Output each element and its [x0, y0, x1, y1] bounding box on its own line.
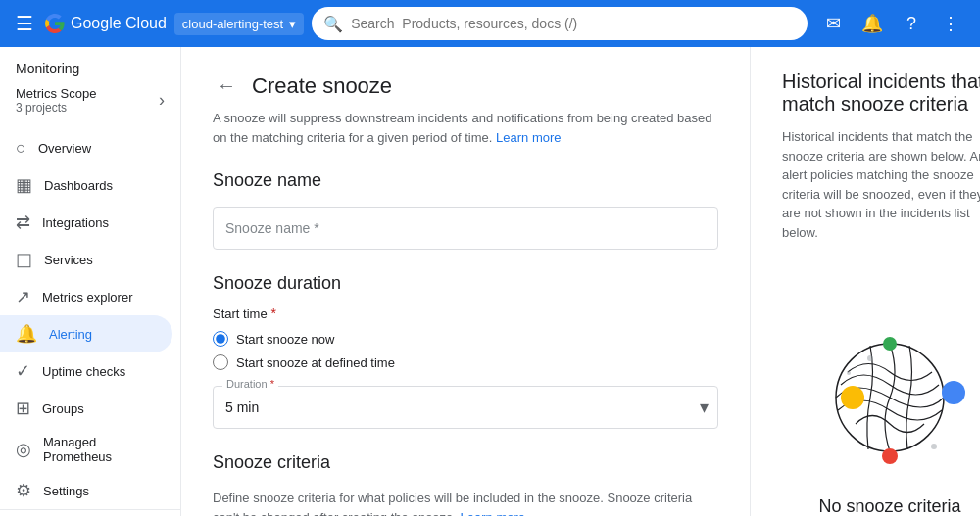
sidebar-item-settings[interactable]: ⚙ Settings: [0, 472, 172, 509]
top-nav: ☰ Google Cloud cloud-alerting-test ▾ 🔍 ✉…: [0, 0, 980, 47]
sidebar-item-overview[interactable]: ○ Overview: [0, 130, 172, 166]
description-learn-more-link[interactable]: Learn more: [496, 130, 561, 145]
sidebar-label-alerting: Alerting: [49, 327, 92, 342]
page-container: ← Create snooze A snooze will suppress d…: [181, 47, 980, 516]
radio-group: Start snooze now Start snooze at defined…: [213, 331, 718, 370]
groups-icon: ⊞: [16, 398, 30, 419]
top-nav-icons: ✉ 🔔 ? ⋮: [815, 6, 968, 41]
historical-title: Historical incidents that match snooze c…: [782, 70, 980, 116]
svg-point-4: [882, 448, 898, 464]
page-description: A snooze will suppress downstream incide…: [213, 109, 718, 147]
metrics-explorer-icon: ↗: [16, 286, 30, 307]
sidebar-label-uptime: Uptime checks: [42, 364, 125, 379]
dashboards-icon: ▦: [16, 174, 32, 196]
historical-section: Historical incidents that match snooze c…: [750, 47, 980, 516]
snooze-name-field: [213, 207, 718, 250]
integrations-icon: ⇄: [16, 211, 30, 233]
settings-icon: ⚙: [16, 480, 31, 501]
page-title: Create snooze: [252, 73, 392, 99]
sidebar-bottom: 📄 Release Notes: [0, 509, 180, 516]
sidebar-item-groups[interactable]: ⊞ Groups: [0, 390, 172, 427]
duration-wrapper: Duration * 5 min 15 min 30 min 1 hour 2 …: [213, 386, 718, 429]
project-selector[interactable]: cloud-alerting-test ▾: [174, 13, 304, 35]
sidebar: Monitoring Metrics Scope 3 projects › ○ …: [0, 47, 181, 516]
overview-icon: ○: [16, 138, 26, 159]
google-cloud-logo: Google Cloud: [45, 14, 167, 33]
snooze-criteria-title: Snooze criteria: [213, 452, 718, 473]
metrics-scope-chevron: ›: [159, 90, 165, 111]
snooze-name-title: Snooze name: [213, 170, 718, 191]
services-icon: ◫: [16, 249, 32, 270]
svg-point-2: [841, 386, 864, 409]
sidebar-item-services[interactable]: ◫ Services: [0, 241, 172, 278]
duration-select[interactable]: 5 min 15 min 30 min 1 hour 2 hours 4 hou…: [213, 386, 718, 429]
sidebar-label-prometheus: Managed Prometheus: [43, 435, 157, 464]
sidebar-item-managed-prometheus[interactable]: ◎ Managed Prometheus: [0, 427, 172, 472]
main-content: ← Create snooze A snooze will suppress d…: [181, 47, 980, 516]
illustration-svg: [782, 285, 980, 481]
svg-point-1: [883, 337, 897, 351]
search-input[interactable]: [351, 16, 796, 31]
snooze-duration-group: Snooze duration Start time * Start snooz…: [213, 273, 718, 429]
radio-defined-label: Start snooze at defined time: [236, 355, 395, 370]
criteria-description: Define snooze criteria for what policies…: [213, 489, 718, 516]
snooze-name-group: Snooze name: [213, 170, 718, 250]
sidebar-label-overview: Overview: [38, 141, 91, 156]
project-name: cloud-alerting-test: [182, 17, 283, 31]
prometheus-icon: ◎: [16, 439, 31, 460]
logo-text: Google Cloud: [71, 15, 167, 32]
help-icon[interactable]: ?: [894, 6, 929, 41]
search-icon: 🔍: [323, 15, 343, 33]
metrics-scope-label: Metrics Scope: [16, 86, 159, 101]
svg-point-7: [847, 371, 851, 375]
sidebar-item-metrics-explorer[interactable]: ↗ Metrics explorer: [0, 278, 172, 315]
sidebar-label-dashboards: Dashboards: [44, 178, 113, 193]
criteria-learn-more-link[interactable]: Learn more: [461, 510, 525, 517]
google-cloud-logo-svg: [45, 14, 65, 33]
back-button[interactable]: ←: [213, 70, 240, 101]
sidebar-label-metrics-explorer: Metrics explorer: [42, 290, 132, 305]
monitoring-label: Monitoring: [16, 61, 79, 76]
radio-option-now[interactable]: Start snooze now: [213, 331, 718, 347]
more-icon[interactable]: ⋮: [933, 6, 968, 41]
notification-icon[interactable]: 🔔: [855, 6, 890, 41]
sidebar-monitoring-header: Monitoring: [0, 47, 180, 82]
no-criteria-illustration: No snooze criteria Define snooze criteri…: [782, 265, 980, 516]
search-bar[interactable]: 🔍: [312, 7, 808, 40]
snooze-duration-title: Snooze duration: [213, 273, 718, 294]
sidebar-label-services: Services: [44, 253, 93, 267]
sidebar-item-dashboards[interactable]: ▦ Dashboards: [0, 166, 172, 204]
mail-icon[interactable]: ✉: [815, 6, 851, 41]
svg-point-3: [942, 381, 965, 404]
radio-defined-input[interactable]: [213, 354, 228, 370]
svg-point-6: [931, 444, 937, 449]
radio-now-label: Start snooze now: [236, 332, 334, 347]
sidebar-item-uptime-checks[interactable]: ✓ Uptime checks: [0, 352, 172, 390]
alerting-icon: 🔔: [16, 323, 37, 345]
metrics-scope[interactable]: Metrics Scope 3 projects ›: [0, 82, 180, 118]
historical-description: Historical incidents that match the snoo…: [782, 127, 980, 242]
sidebar-label-groups: Groups: [42, 401, 84, 416]
no-criteria-title: No snooze criteria: [818, 496, 960, 516]
sidebar-item-alerting[interactable]: 🔔 Alerting: [0, 315, 172, 352]
radio-option-defined[interactable]: Start snooze at defined time: [213, 354, 718, 370]
snooze-criteria-group: Snooze criteria Define snooze criteria f…: [213, 452, 718, 516]
form-section: ← Create snooze A snooze will suppress d…: [181, 47, 750, 516]
sidebar-label-settings: Settings: [43, 484, 89, 498]
radio-now-input[interactable]: [213, 331, 228, 347]
sidebar-item-integrations[interactable]: ⇄ Integrations: [0, 204, 172, 241]
sidebar-label-integrations: Integrations: [42, 215, 109, 230]
duration-select-wrapper: 5 min 15 min 30 min 1 hour 2 hours 4 hou…: [213, 386, 718, 429]
app-container: Monitoring Metrics Scope 3 projects › ○ …: [0, 47, 980, 516]
svg-point-5: [867, 355, 873, 361]
projects-count: 3 projects: [16, 101, 159, 115]
uptime-icon: ✓: [16, 360, 30, 382]
menu-icon[interactable]: ☰: [12, 8, 37, 39]
snooze-name-input[interactable]: [213, 207, 718, 250]
page-header: ← Create snooze: [213, 70, 718, 101]
project-dropdown-icon: ▾: [289, 17, 296, 31]
start-time-required: *: [268, 305, 276, 321]
start-time-label: Start time *: [213, 305, 718, 321]
